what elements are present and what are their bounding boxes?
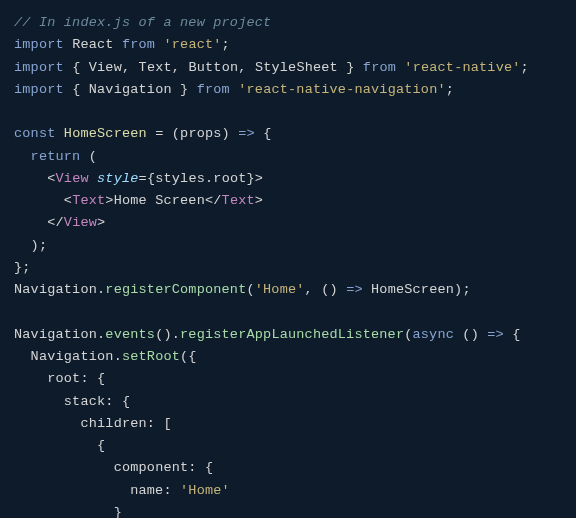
const-kw: const — [14, 126, 56, 141]
import-kw: import — [14, 82, 64, 97]
nav-obj: Navigation — [14, 327, 97, 342]
root-ident: root — [213, 171, 246, 186]
import-kw: import — [14, 60, 64, 75]
return-kw: return — [31, 149, 81, 164]
import-kw: import — [14, 37, 64, 52]
view-ident: View — [89, 60, 122, 75]
from-kw: from — [197, 82, 230, 97]
home-string-2: 'Home' — [180, 483, 230, 498]
nav-obj: Navigation — [31, 349, 114, 364]
stack-prop: stack — [64, 394, 106, 409]
register-listener-method: registerAppLaunchedListener — [180, 327, 404, 342]
homescreen-ident: HomeScreen — [64, 126, 147, 141]
home-screen-text: Home Screen — [114, 193, 205, 208]
code-block: // In index.js of a new project import R… — [14, 12, 562, 518]
style-attr: style — [97, 171, 139, 186]
nav-obj: Navigation — [14, 282, 97, 297]
homescreen-ref: HomeScreen — [371, 282, 454, 297]
children-prop: children — [80, 416, 146, 431]
text-close-tag: Text — [222, 193, 255, 208]
text-ident: Text — [139, 60, 172, 75]
string-react: 'react' — [163, 37, 221, 52]
view-close-tag: View — [64, 215, 97, 230]
nav-ident: Navigation — [89, 82, 172, 97]
home-string: 'Home' — [255, 282, 305, 297]
events-method: events — [105, 327, 155, 342]
props-ident: props — [180, 126, 222, 141]
async-kw: async — [413, 327, 455, 342]
stylesheet-ident: StyleSheet — [255, 60, 338, 75]
root-prop: root — [47, 371, 80, 386]
component-prop: component — [114, 460, 189, 475]
register-component-method: registerComponent — [105, 282, 246, 297]
from-kw: from — [363, 60, 396, 75]
comment-line: // In index.js of a new project — [14, 15, 271, 30]
string-rn: 'react-native' — [404, 60, 520, 75]
button-ident: Button — [188, 60, 238, 75]
react-ident: React — [72, 37, 114, 52]
styles-ident: styles — [155, 171, 205, 186]
name-prop: name — [130, 483, 163, 498]
setroot-method: setRoot — [122, 349, 180, 364]
text-tag: Text — [72, 193, 105, 208]
view-tag: View — [56, 171, 89, 186]
string-rnn: 'react-native-navigation' — [238, 82, 446, 97]
from-kw: from — [122, 37, 155, 52]
